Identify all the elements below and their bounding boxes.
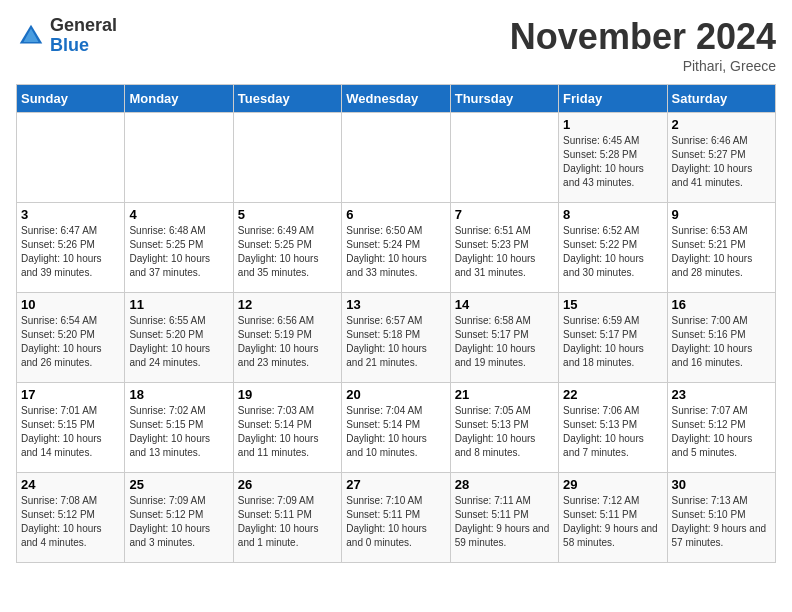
logo-general-text: General (50, 16, 117, 36)
day-number: 13 (346, 297, 445, 312)
calendar-cell: 11Sunrise: 6:55 AM Sunset: 5:20 PM Dayli… (125, 293, 233, 383)
header-day-wednesday: Wednesday (342, 85, 450, 113)
calendar-cell: 20Sunrise: 7:04 AM Sunset: 5:14 PM Dayli… (342, 383, 450, 473)
calendar-week-3: 10Sunrise: 6:54 AM Sunset: 5:20 PM Dayli… (17, 293, 776, 383)
location-text: Pithari, Greece (510, 58, 776, 74)
day-number: 19 (238, 387, 337, 402)
calendar-cell: 13Sunrise: 6:57 AM Sunset: 5:18 PM Dayli… (342, 293, 450, 383)
calendar-cell: 3Sunrise: 6:47 AM Sunset: 5:26 PM Daylig… (17, 203, 125, 293)
day-number: 17 (21, 387, 120, 402)
day-number: 8 (563, 207, 662, 222)
calendar-cell: 29Sunrise: 7:12 AM Sunset: 5:11 PM Dayli… (559, 473, 667, 563)
title-block: November 2024 Pithari, Greece (510, 16, 776, 74)
day-number: 29 (563, 477, 662, 492)
day-info: Sunrise: 6:57 AM Sunset: 5:18 PM Dayligh… (346, 314, 445, 370)
day-info: Sunrise: 6:45 AM Sunset: 5:28 PM Dayligh… (563, 134, 662, 190)
day-info: Sunrise: 7:03 AM Sunset: 5:14 PM Dayligh… (238, 404, 337, 460)
calendar-cell: 30Sunrise: 7:13 AM Sunset: 5:10 PM Dayli… (667, 473, 775, 563)
day-info: Sunrise: 6:51 AM Sunset: 5:23 PM Dayligh… (455, 224, 554, 280)
day-info: Sunrise: 7:09 AM Sunset: 5:12 PM Dayligh… (129, 494, 228, 550)
day-number: 2 (672, 117, 771, 132)
day-number: 22 (563, 387, 662, 402)
calendar-cell: 22Sunrise: 7:06 AM Sunset: 5:13 PM Dayli… (559, 383, 667, 473)
calendar-cell: 26Sunrise: 7:09 AM Sunset: 5:11 PM Dayli… (233, 473, 341, 563)
day-number: 12 (238, 297, 337, 312)
day-info: Sunrise: 6:52 AM Sunset: 5:22 PM Dayligh… (563, 224, 662, 280)
day-info: Sunrise: 6:54 AM Sunset: 5:20 PM Dayligh… (21, 314, 120, 370)
day-info: Sunrise: 6:55 AM Sunset: 5:20 PM Dayligh… (129, 314, 228, 370)
day-info: Sunrise: 6:53 AM Sunset: 5:21 PM Dayligh… (672, 224, 771, 280)
day-info: Sunrise: 7:05 AM Sunset: 5:13 PM Dayligh… (455, 404, 554, 460)
calendar-cell: 21Sunrise: 7:05 AM Sunset: 5:13 PM Dayli… (450, 383, 558, 473)
day-number: 5 (238, 207, 337, 222)
day-number: 15 (563, 297, 662, 312)
calendar-cell (125, 113, 233, 203)
day-info: Sunrise: 7:01 AM Sunset: 5:15 PM Dayligh… (21, 404, 120, 460)
day-number: 23 (672, 387, 771, 402)
day-info: Sunrise: 6:49 AM Sunset: 5:25 PM Dayligh… (238, 224, 337, 280)
day-info: Sunrise: 7:02 AM Sunset: 5:15 PM Dayligh… (129, 404, 228, 460)
logo: General Blue (16, 16, 117, 56)
calendar-header: SundayMondayTuesdayWednesdayThursdayFrid… (17, 85, 776, 113)
calendar-cell (342, 113, 450, 203)
calendar-body: 1Sunrise: 6:45 AM Sunset: 5:28 PM Daylig… (17, 113, 776, 563)
calendar-cell: 28Sunrise: 7:11 AM Sunset: 5:11 PM Dayli… (450, 473, 558, 563)
month-title: November 2024 (510, 16, 776, 58)
day-number: 9 (672, 207, 771, 222)
calendar-cell: 25Sunrise: 7:09 AM Sunset: 5:12 PM Dayli… (125, 473, 233, 563)
page-header: General Blue November 2024 Pithari, Gree… (16, 16, 776, 74)
calendar-table: SundayMondayTuesdayWednesdayThursdayFrid… (16, 84, 776, 563)
day-info: Sunrise: 7:00 AM Sunset: 5:16 PM Dayligh… (672, 314, 771, 370)
day-number: 4 (129, 207, 228, 222)
calendar-week-1: 1Sunrise: 6:45 AM Sunset: 5:28 PM Daylig… (17, 113, 776, 203)
day-info: Sunrise: 7:11 AM Sunset: 5:11 PM Dayligh… (455, 494, 554, 550)
day-info: Sunrise: 6:58 AM Sunset: 5:17 PM Dayligh… (455, 314, 554, 370)
day-info: Sunrise: 7:13 AM Sunset: 5:10 PM Dayligh… (672, 494, 771, 550)
calendar-cell: 6Sunrise: 6:50 AM Sunset: 5:24 PM Daylig… (342, 203, 450, 293)
calendar-cell (233, 113, 341, 203)
calendar-cell: 1Sunrise: 6:45 AM Sunset: 5:28 PM Daylig… (559, 113, 667, 203)
calendar-cell (17, 113, 125, 203)
calendar-cell: 12Sunrise: 6:56 AM Sunset: 5:19 PM Dayli… (233, 293, 341, 383)
day-number: 18 (129, 387, 228, 402)
day-info: Sunrise: 6:48 AM Sunset: 5:25 PM Dayligh… (129, 224, 228, 280)
day-number: 25 (129, 477, 228, 492)
day-number: 28 (455, 477, 554, 492)
day-info: Sunrise: 7:09 AM Sunset: 5:11 PM Dayligh… (238, 494, 337, 550)
day-number: 27 (346, 477, 445, 492)
day-number: 1 (563, 117, 662, 132)
calendar-cell: 4Sunrise: 6:48 AM Sunset: 5:25 PM Daylig… (125, 203, 233, 293)
day-info: Sunrise: 6:59 AM Sunset: 5:17 PM Dayligh… (563, 314, 662, 370)
header-day-saturday: Saturday (667, 85, 775, 113)
day-info: Sunrise: 6:50 AM Sunset: 5:24 PM Dayligh… (346, 224, 445, 280)
calendar-cell: 27Sunrise: 7:10 AM Sunset: 5:11 PM Dayli… (342, 473, 450, 563)
day-info: Sunrise: 6:47 AM Sunset: 5:26 PM Dayligh… (21, 224, 120, 280)
day-number: 7 (455, 207, 554, 222)
calendar-cell: 19Sunrise: 7:03 AM Sunset: 5:14 PM Dayli… (233, 383, 341, 473)
calendar-cell (450, 113, 558, 203)
calendar-cell: 14Sunrise: 6:58 AM Sunset: 5:17 PM Dayli… (450, 293, 558, 383)
day-number: 3 (21, 207, 120, 222)
day-number: 20 (346, 387, 445, 402)
header-day-tuesday: Tuesday (233, 85, 341, 113)
day-number: 21 (455, 387, 554, 402)
day-info: Sunrise: 7:06 AM Sunset: 5:13 PM Dayligh… (563, 404, 662, 460)
logo-icon (16, 21, 46, 51)
calendar-cell: 9Sunrise: 6:53 AM Sunset: 5:21 PM Daylig… (667, 203, 775, 293)
day-number: 30 (672, 477, 771, 492)
day-info: Sunrise: 7:07 AM Sunset: 5:12 PM Dayligh… (672, 404, 771, 460)
day-number: 6 (346, 207, 445, 222)
day-info: Sunrise: 7:10 AM Sunset: 5:11 PM Dayligh… (346, 494, 445, 550)
day-number: 11 (129, 297, 228, 312)
header-day-friday: Friday (559, 85, 667, 113)
logo-blue-text: Blue (50, 36, 117, 56)
day-number: 10 (21, 297, 120, 312)
day-info: Sunrise: 7:04 AM Sunset: 5:14 PM Dayligh… (346, 404, 445, 460)
calendar-cell: 18Sunrise: 7:02 AM Sunset: 5:15 PM Dayli… (125, 383, 233, 473)
day-number: 24 (21, 477, 120, 492)
header-day-thursday: Thursday (450, 85, 558, 113)
day-number: 26 (238, 477, 337, 492)
calendar-cell: 10Sunrise: 6:54 AM Sunset: 5:20 PM Dayli… (17, 293, 125, 383)
calendar-cell: 8Sunrise: 6:52 AM Sunset: 5:22 PM Daylig… (559, 203, 667, 293)
day-info: Sunrise: 7:08 AM Sunset: 5:12 PM Dayligh… (21, 494, 120, 550)
